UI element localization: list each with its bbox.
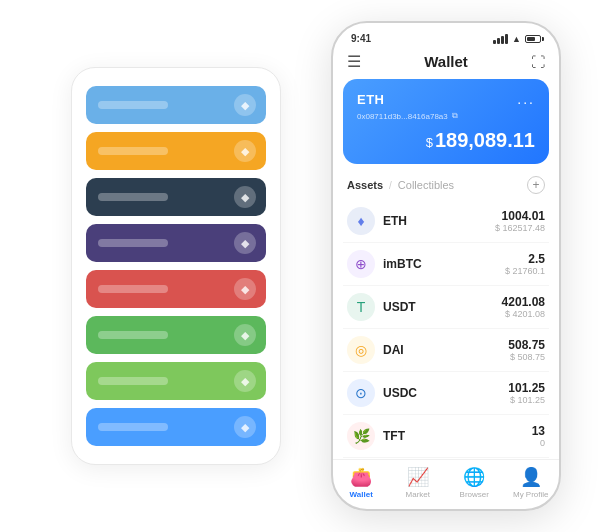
asset-values: 101.25$ 101.25	[508, 381, 545, 405]
bottom-nav: 👛Wallet📈Market🌐Browser👤My Profile	[333, 459, 559, 509]
asset-usd: $ 101.25	[508, 395, 545, 405]
asset-amount: 1004.01	[495, 209, 545, 223]
stack-card-2: ◆	[86, 178, 266, 216]
asset-item[interactable]: ◎DAI508.75$ 508.75	[343, 329, 549, 372]
asset-name: imBTC	[383, 257, 505, 271]
asset-values: 1004.01$ 162517.48	[495, 209, 545, 233]
asset-usd: 0	[532, 438, 545, 448]
asset-logo-imbtc: ⊕	[347, 250, 375, 278]
nav-item-market[interactable]: 📈Market	[390, 466, 447, 499]
status-icons: ▲	[493, 34, 541, 44]
asset-values: 2.5$ 21760.1	[505, 252, 545, 276]
copy-icon[interactable]: ⧉	[452, 111, 458, 121]
nav-icon-market: 📈	[407, 466, 429, 488]
assets-tabs: Assets / Collectibles	[347, 179, 454, 191]
asset-item[interactable]: ⊙USDC101.25$ 101.25	[343, 372, 549, 415]
asset-logo-tft: 🌿	[347, 422, 375, 450]
asset-item[interactable]: 🌿TFT130	[343, 415, 549, 458]
asset-values: 130	[532, 424, 545, 448]
asset-logo-eth: ♦	[347, 207, 375, 235]
asset-name: USDT	[383, 300, 502, 314]
tab-collectibles[interactable]: Collectibles	[398, 179, 454, 191]
eth-card-title: ETH	[357, 92, 385, 107]
card-stack: ◆◆◆◆◆◆◆◆	[71, 67, 281, 465]
asset-amount: 2.5	[505, 252, 545, 266]
eth-card-header: ETH ...	[357, 91, 535, 107]
nav-label: Browser	[460, 490, 489, 499]
expand-icon[interactable]: ⛶	[531, 54, 545, 70]
asset-logo-usdc: ⊙	[347, 379, 375, 407]
eth-card-amount: $189,089.11	[357, 129, 535, 152]
asset-item[interactable]: ♦ETH1004.01$ 162517.48	[343, 200, 549, 243]
asset-values: 4201.08$ 4201.08	[502, 295, 545, 319]
asset-name: DAI	[383, 343, 508, 357]
asset-item[interactable]: ⊕imBTC2.5$ 21760.1	[343, 243, 549, 286]
scene: ◆◆◆◆◆◆◆◆ 9:41 ▲ ☰ Wallet	[11, 11, 591, 521]
stack-card-5: ◆	[86, 316, 266, 354]
nav-label: Market	[406, 490, 430, 499]
asset-usd: $ 162517.48	[495, 223, 545, 233]
asset-name: TFT	[383, 429, 532, 443]
nav-icon-wallet: 👛	[350, 466, 372, 488]
phone-header: ☰ Wallet ⛶	[333, 48, 559, 79]
tab-assets[interactable]: Assets	[347, 179, 383, 191]
asset-name: USDC	[383, 386, 508, 400]
asset-amount: 4201.08	[502, 295, 545, 309]
nav-item-my-profile[interactable]: 👤My Profile	[503, 466, 560, 499]
nav-label: My Profile	[513, 490, 549, 499]
time-display: 9:41	[351, 33, 371, 44]
asset-item[interactable]: TUSDT4201.08$ 4201.08	[343, 286, 549, 329]
stack-card-0: ◆	[86, 86, 266, 124]
stack-card-4: ◆	[86, 270, 266, 308]
assets-divider: /	[389, 180, 392, 191]
asset-amount: 13	[532, 424, 545, 438]
assets-header: Assets / Collectibles +	[333, 172, 559, 200]
nav-icon-my-profile: 👤	[520, 466, 542, 488]
nav-item-wallet[interactable]: 👛Wallet	[333, 466, 390, 499]
nav-icon-browser: 🌐	[463, 466, 485, 488]
stack-card-1: ◆	[86, 132, 266, 170]
asset-usd: $ 21760.1	[505, 266, 545, 276]
asset-usd: $ 508.75	[508, 352, 545, 362]
battery-icon	[525, 35, 541, 43]
eth-card-menu[interactable]: ...	[517, 91, 535, 107]
asset-usd: $ 4201.08	[502, 309, 545, 319]
stack-card-7: ◆	[86, 408, 266, 446]
stack-card-3: ◆	[86, 224, 266, 262]
page-title: Wallet	[424, 53, 468, 70]
asset-name: ETH	[383, 214, 495, 228]
menu-icon[interactable]: ☰	[347, 52, 361, 71]
stack-card-6: ◆	[86, 362, 266, 400]
asset-logo-usdt: T	[347, 293, 375, 321]
asset-amount: 508.75	[508, 338, 545, 352]
wifi-icon: ▲	[512, 34, 521, 44]
asset-amount: 101.25	[508, 381, 545, 395]
asset-values: 508.75$ 508.75	[508, 338, 545, 362]
asset-logo-dai: ◎	[347, 336, 375, 364]
phone-frame: 9:41 ▲ ☰ Wallet ⛶ ETH	[331, 21, 561, 511]
battery-fill	[527, 37, 535, 41]
status-bar: 9:41 ▲	[333, 23, 559, 48]
nav-label: Wallet	[350, 490, 373, 499]
eth-card[interactable]: ETH ... 0x08711d3b...8416a78a3 ⧉ $189,08…	[343, 79, 549, 164]
eth-card-address: 0x08711d3b...8416a78a3 ⧉	[357, 111, 535, 121]
add-asset-button[interactable]: +	[527, 176, 545, 194]
nav-item-browser[interactable]: 🌐Browser	[446, 466, 503, 499]
asset-list: ♦ETH1004.01$ 162517.48⊕imBTC2.5$ 21760.1…	[333, 200, 559, 459]
signal-icon	[493, 34, 508, 44]
